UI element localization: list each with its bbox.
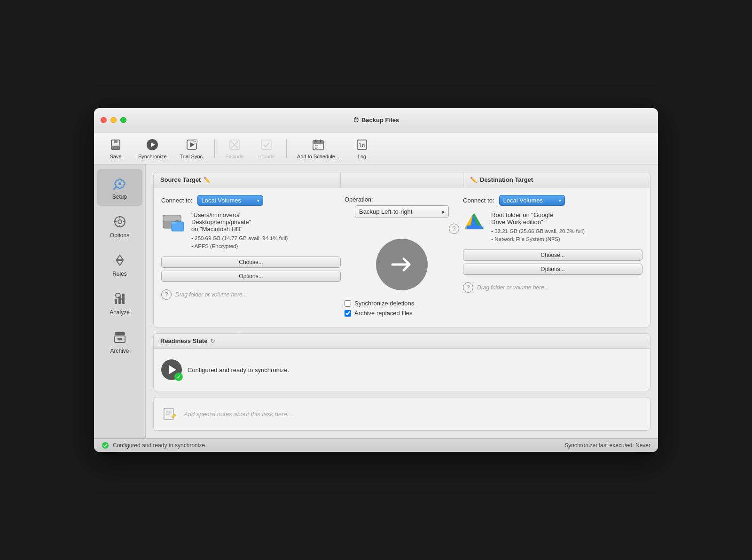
- dest-options-button[interactable]: Options...: [463, 264, 642, 275]
- trial-sync-button[interactable]: Trial Sync.: [175, 135, 209, 161]
- log-label: Log: [358, 154, 366, 159]
- include-button[interactable]: Include: [252, 135, 281, 161]
- titlebar: ⏱ Backup Files: [94, 108, 658, 132]
- dest-volume-buttons: Choose... Options...: [463, 249, 642, 275]
- source-hd-icon: [161, 211, 186, 232]
- exclude-button[interactable]: Exclude: [220, 135, 249, 161]
- sidebar-analyze-label: Analyze: [110, 309, 130, 316]
- log-button[interactable]: ln Log: [348, 135, 376, 161]
- sidebar-setup-label: Setup: [112, 194, 127, 200]
- sync-body: Connect to: Local Volumes: [154, 187, 650, 327]
- dest-connect-label: Connect to:: [463, 197, 494, 204]
- operation-section: Operation: Backup Left-to-right ?: [341, 195, 463, 319]
- notes-placeholder: Add special notes about this task here..…: [184, 411, 292, 418]
- dest-drag-text: Drag folder or volume here...: [477, 284, 549, 291]
- synchronize-button[interactable]: Synchronize: [133, 135, 172, 161]
- statusbar-last-executed: Synchronizer last executed: Never: [564, 442, 650, 449]
- svg-rect-29: [115, 299, 117, 304]
- readiness-refresh-icon[interactable]: ↻: [210, 337, 215, 344]
- source-section: Connect to: Local Volumes: [161, 195, 341, 300]
- source-connect-select[interactable]: Local Volumes: [197, 195, 263, 206]
- notes-content: Add special notes about this task here..…: [154, 397, 650, 430]
- destination-section: Connect to: Local Volumes: [463, 195, 642, 293]
- archive-replaced-row: Archive replaced files: [345, 310, 459, 317]
- close-button[interactable]: [101, 117, 107, 123]
- source-connect-row: Connect to: Local Volumes: [161, 195, 341, 206]
- svg-point-55: [102, 442, 109, 449]
- operation-select[interactable]: Backup Left-to-right: [355, 205, 449, 218]
- dest-volume-stats: • 32.21 GB (25.66 GB avail, 20.3% full) …: [491, 227, 642, 244]
- source-options-button[interactable]: Options...: [161, 271, 341, 282]
- source-help-button[interactable]: ?: [161, 289, 172, 300]
- source-drag-text: Drag folder or volume here...: [175, 291, 247, 298]
- svg-point-21: [118, 182, 121, 185]
- minimize-button[interactable]: [110, 117, 117, 123]
- sync-deletions-label: Synchronize deletions: [354, 300, 414, 307]
- trial-sync-label: Trial Sync.: [180, 154, 204, 159]
- app-window: ⏱ Backup Files Save S: [94, 108, 658, 452]
- source-connect-label: Connect to:: [161, 197, 193, 204]
- rules-icon: [111, 252, 128, 269]
- setup-icon: [111, 175, 128, 192]
- source-volume-buttons: Choose... Options...: [161, 257, 341, 282]
- toolbar-divider-1: [214, 139, 215, 158]
- main-content: Setup Options: [94, 164, 658, 438]
- source-volume-name: "Users/immovero/Desktop/temp/private"on …: [191, 211, 341, 233]
- sync-panel: Source Target ✏️ ✏️ Destination Target: [153, 172, 650, 327]
- dest-drag-zone: ? Drag folder or volume here...: [463, 282, 642, 293]
- svg-rect-36: [118, 338, 122, 340]
- sync-deletions-row: Synchronize deletions: [345, 300, 459, 307]
- synchronize-label: Synchronize: [138, 154, 167, 159]
- sidebar-item-rules[interactable]: Rules: [97, 246, 142, 283]
- toolbar-divider-2: [286, 139, 287, 158]
- archive-replaced-checkbox[interactable]: [345, 310, 351, 317]
- svg-text:ln: ln: [359, 142, 365, 148]
- checkbox-section: Synchronize deletions Archive replaced f…: [345, 300, 459, 319]
- sync-deletions-checkbox[interactable]: [345, 300, 351, 307]
- dest-connect-select-wrap: Local Volumes: [499, 195, 565, 206]
- archive-icon: [111, 329, 128, 346]
- dest-edit-icon[interactable]: ✏️: [470, 177, 477, 183]
- title-icon: ⏱: [353, 117, 359, 124]
- svg-rect-11: [262, 140, 271, 149]
- source-stat1: • 250.69 GB (14.77 GB avail, 94.1% full): [191, 234, 341, 242]
- dest-choose-button[interactable]: Choose...: [463, 249, 642, 261]
- svg-rect-1: [114, 140, 118, 143]
- synchronize-icon: [145, 137, 160, 152]
- sidebar-item-setup[interactable]: Setup: [97, 169, 142, 206]
- save-button[interactable]: Save: [102, 135, 130, 161]
- svg-marker-49: [465, 216, 484, 229]
- source-header: Source Target ✏️: [154, 172, 341, 187]
- source-volume-info: "Users/immovero/Desktop/temp/private"on …: [161, 211, 341, 251]
- dest-title: Destination Target: [480, 176, 533, 183]
- source-connect-select-wrap: Local Volumes: [197, 195, 263, 206]
- toolbar: Save Synchronize Trial Sync.: [94, 132, 658, 164]
- options-icon: [111, 213, 128, 230]
- dest-stat2: • Network File System (NFS): [491, 235, 642, 243]
- maximize-button[interactable]: [120, 117, 126, 123]
- source-edit-icon[interactable]: ✏️: [204, 177, 211, 183]
- dest-stat1: • 32.21 GB (25.66 GB avail, 20.3% full): [491, 227, 642, 235]
- sidebar-options-label: Options: [110, 232, 129, 239]
- notes-icon: [161, 405, 178, 422]
- trial-sync-icon: [184, 137, 199, 152]
- sidebar-item-options[interactable]: Options: [97, 208, 142, 244]
- dest-help-button[interactable]: ?: [463, 282, 473, 293]
- op-help-button[interactable]: ?: [449, 224, 459, 234]
- source-choose-button[interactable]: Choose...: [161, 257, 341, 268]
- sidebar-item-analyze[interactable]: Analyze: [97, 285, 142, 321]
- source-drag-zone: ? Drag folder or volume here...: [161, 289, 341, 300]
- dest-connect-select[interactable]: Local Volumes: [499, 195, 565, 206]
- svg-rect-50: [164, 408, 173, 420]
- direction-arrow: [376, 239, 428, 290]
- exclude-icon: [227, 137, 242, 152]
- readiness-content: ✓ Configured and ready to synchronize.: [154, 349, 650, 391]
- sidebar-rules-label: Rules: [112, 271, 127, 277]
- statusbar-left: Configured and ready to synchronize.: [102, 442, 206, 449]
- save-icon: [108, 137, 123, 152]
- include-icon: [259, 137, 274, 152]
- operation-select-wrap: Backup Left-to-right: [355, 205, 449, 218]
- google-drive-icon: [463, 211, 486, 232]
- sidebar-item-archive[interactable]: Archive: [97, 323, 142, 360]
- add-schedule-button[interactable]: Add to Schedule...: [292, 135, 344, 161]
